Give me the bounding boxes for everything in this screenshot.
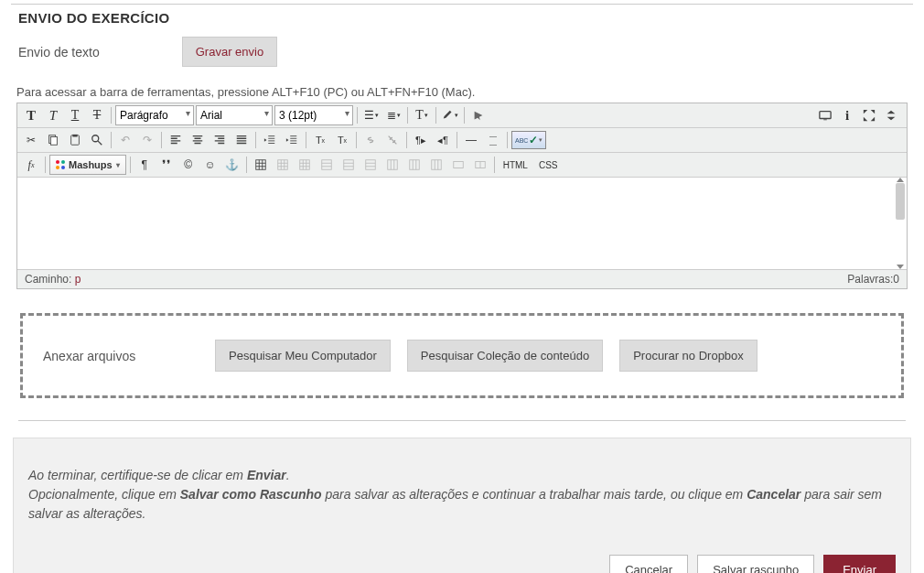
strike-icon[interactable]: T	[87, 105, 107, 125]
subscript-icon[interactable]: Tx	[332, 130, 352, 150]
path-display: Caminho: p	[25, 273, 81, 286]
formula-icon[interactable]: fx	[21, 155, 41, 175]
nbsp-icon[interactable]: ——	[483, 130, 503, 150]
superscript-icon[interactable]: Tx	[310, 130, 330, 150]
collapse-icon[interactable]	[881, 105, 901, 125]
svg-rect-9	[277, 160, 287, 170]
show-blocks-icon[interactable]: ¶	[134, 155, 155, 175]
svg-point-6	[92, 135, 99, 142]
svg-rect-16	[431, 160, 441, 170]
svg-rect-12	[343, 160, 353, 170]
split-cells-icon[interactable]	[470, 155, 490, 175]
cancel-button[interactable]: Cancelar	[609, 555, 688, 573]
svg-line-7	[98, 141, 102, 145]
svg-rect-13	[365, 160, 375, 170]
editor-content[interactable]	[17, 178, 907, 269]
emoji-icon[interactable]: ☺	[200, 155, 220, 175]
browse-content-button[interactable]: Pesquisar Coleção de conteúdo	[407, 340, 603, 372]
svg-rect-3	[50, 137, 57, 146]
merge-cells-icon[interactable]	[448, 155, 468, 175]
paste-icon[interactable]	[65, 130, 85, 150]
scroll-up-icon[interactable]	[897, 178, 904, 182]
insert-row-before-icon[interactable]	[317, 155, 337, 175]
svg-rect-15	[409, 160, 419, 170]
font-color-icon[interactable]: T▾	[412, 105, 432, 125]
svg-rect-5	[72, 135, 77, 137]
insert-col-after-icon[interactable]	[404, 155, 424, 175]
font-size-select[interactable]: 3 (12pt)	[274, 105, 353, 125]
scrollbar[interactable]	[896, 183, 905, 220]
html-view-button[interactable]: HTML	[499, 155, 532, 175]
redo-icon[interactable]: ↷	[137, 130, 157, 150]
rtl-icon[interactable]: ◂¶	[433, 130, 453, 150]
editor-status-bar: Caminho: p Palavras:0	[17, 269, 907, 288]
mashups-button[interactable]: Mashups ▾	[49, 155, 126, 175]
insert-col-before-icon[interactable]	[382, 155, 403, 175]
align-left-icon[interactable]	[166, 130, 186, 150]
css-view-button[interactable]: CSS	[534, 155, 563, 175]
svg-rect-10	[299, 160, 309, 170]
table-cell-props-icon[interactable]	[295, 155, 315, 175]
svg-rect-14	[387, 160, 397, 170]
block-format-select[interactable]: Parágrafo	[115, 105, 194, 125]
divider	[18, 420, 906, 421]
cut-icon[interactable]: ✂	[21, 130, 41, 150]
outdent-icon[interactable]	[260, 130, 280, 150]
attach-files-dropzone[interactable]: Anexar arquivos Pesquisar Meu Computador…	[20, 313, 904, 398]
svg-rect-8	[255, 160, 265, 170]
rich-text-editor: T T T T Parágrafo Arial 3 (12pt) ☰▾ ≣▾ T…	[16, 103, 908, 289]
svg-rect-11	[321, 160, 331, 170]
scroll-down-icon[interactable]	[897, 265, 904, 269]
info-icon[interactable]: i	[837, 105, 857, 125]
submit-button[interactable]: Enviar	[823, 555, 896, 573]
highlight-icon[interactable]: ▾	[440, 105, 460, 125]
indent-icon[interactable]	[282, 130, 302, 150]
copy-icon[interactable]	[43, 130, 63, 150]
bold-icon[interactable]: T	[21, 105, 41, 125]
table-icon[interactable]	[251, 155, 271, 175]
toolbar-row-3: fx Mashups ▾ ¶ ❜❜ © ☺ ⚓	[17, 153, 907, 178]
delete-row-icon[interactable]	[360, 155, 381, 175]
toolbar-row-1: T T T T Parágrafo Arial 3 (12pt) ☰▾ ≣▾ T…	[17, 103, 907, 128]
table-row-props-icon[interactable]	[273, 155, 293, 175]
toolbar-hint: Para acessar a barra de ferramentas, pre…	[16, 85, 913, 99]
italic-icon[interactable]: T	[43, 105, 63, 125]
undo-icon[interactable]: ↶	[115, 130, 135, 150]
submit-footer: Ao terminar, certifique-se de clicar em …	[13, 438, 911, 573]
copyright-icon[interactable]: ©	[178, 155, 199, 175]
underline-icon[interactable]: T	[65, 105, 85, 125]
section-title: ENVIO DO EXERCÍCIO	[18, 10, 913, 26]
browse-computer-button[interactable]: Pesquisar Meu Computador	[215, 340, 391, 372]
hr-icon[interactable]: —	[461, 130, 481, 150]
insert-row-after-icon[interactable]	[338, 155, 359, 175]
spellcheck-button[interactable]: ABC ✓ ▾	[511, 131, 546, 149]
clear-format-icon[interactable]	[468, 105, 489, 125]
delete-col-icon[interactable]	[426, 155, 446, 175]
align-right-icon[interactable]	[210, 130, 230, 150]
find-icon[interactable]	[87, 130, 107, 150]
svg-rect-17	[453, 162, 463, 168]
align-justify-icon[interactable]	[231, 130, 252, 150]
svg-rect-1	[823, 119, 827, 120]
anchor-icon[interactable]: ⚓	[222, 155, 242, 175]
save-draft-button[interactable]: Salvar rascunho	[697, 555, 814, 573]
record-submission-button[interactable]: Gravar envio	[182, 37, 277, 67]
browse-dropbox-button[interactable]: Procurar no Dropbox	[619, 340, 757, 372]
bullet-list-icon[interactable]: ☰▾	[361, 105, 381, 125]
footer-instructions: Ao terminar, certifique-se de clicar em …	[28, 466, 896, 524]
font-family-select[interactable]: Arial	[196, 105, 273, 125]
unlink-icon[interactable]	[382, 130, 403, 150]
word-count: Palavras:0	[847, 273, 899, 286]
link-icon[interactable]	[360, 130, 381, 150]
attach-files-label: Anexar arquivos	[43, 349, 199, 363]
toolbar-row-2: ✂ ↶ ↷ Tx Tx ¶▸ ◂¶ — ——	[17, 128, 907, 153]
fullscreen-icon[interactable]	[859, 105, 879, 125]
path-link[interactable]: p	[75, 273, 81, 286]
preview-icon[interactable]	[815, 105, 835, 125]
text-submit-label: Envio de texto	[18, 45, 100, 59]
number-list-icon[interactable]: ≣▾	[383, 105, 403, 125]
svg-rect-0	[820, 112, 831, 119]
ltr-icon[interactable]: ¶▸	[411, 130, 431, 150]
blockquote-icon[interactable]: ❜❜	[156, 155, 177, 175]
align-center-icon[interactable]	[188, 130, 208, 150]
